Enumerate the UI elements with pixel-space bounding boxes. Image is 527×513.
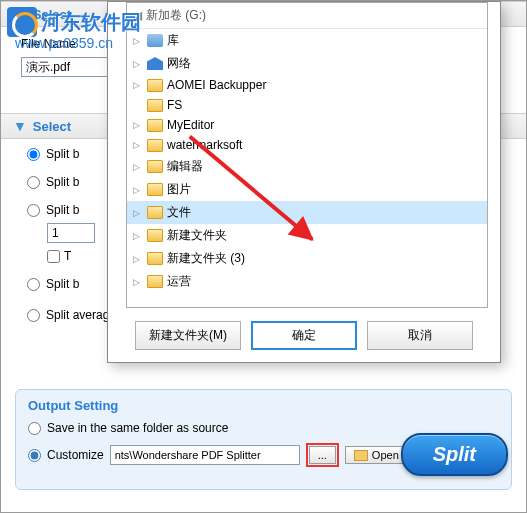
- folder-icon: [147, 79, 163, 92]
- folder-icon: [147, 139, 163, 152]
- section-method-title: Select: [33, 119, 71, 134]
- folder-icon: [147, 119, 163, 132]
- new-folder-button[interactable]: 新建文件夹(M): [135, 321, 241, 350]
- tree-drive-header[interactable]: ◢新加卷 (G:): [127, 3, 487, 29]
- tree-item-3[interactable]: FS: [127, 95, 487, 115]
- browse-highlight: ...: [306, 443, 339, 467]
- folder-icon: [147, 229, 163, 242]
- browse-button[interactable]: ...: [309, 446, 336, 464]
- tree-item-5[interactable]: ▷watermarksoft: [127, 135, 487, 155]
- split-button[interactable]: Split: [401, 433, 508, 476]
- watermark-url: www.pc0359.cn: [15, 35, 113, 51]
- ok-button[interactable]: 确定: [251, 321, 357, 350]
- tree-item-1[interactable]: ▷网络: [127, 52, 487, 75]
- output-path-input[interactable]: [110, 445, 300, 465]
- watermark: 河东软件园: [7, 7, 141, 37]
- tree-item-0[interactable]: ▷库: [127, 29, 487, 52]
- folder-icon: [354, 450, 368, 461]
- tree-item-11[interactable]: ▷运营: [127, 270, 487, 293]
- chevron-down-icon: ▼: [13, 118, 27, 134]
- tree-item-7[interactable]: ▷图片: [127, 178, 487, 201]
- network-icon: [147, 57, 163, 70]
- folder-icon: [147, 252, 163, 265]
- folder-browse-dialog: ◢新加卷 (G:) ▷库▷网络▷AOMEI BackupperFS▷MyEdit…: [107, 1, 501, 363]
- folder-icon: [147, 275, 163, 288]
- library-icon: [147, 34, 163, 47]
- folder-tree[interactable]: ◢新加卷 (G:) ▷库▷网络▷AOMEI BackupperFS▷MyEdit…: [126, 2, 488, 308]
- output-title: Output Setting: [28, 398, 499, 413]
- cancel-button[interactable]: 取消: [367, 321, 473, 350]
- folder-icon: [147, 99, 163, 112]
- folder-icon: [147, 206, 163, 219]
- split-value-input[interactable]: [47, 223, 95, 243]
- tree-item-2[interactable]: ▷AOMEI Backupper: [127, 75, 487, 95]
- output-customize[interactable]: Customize: [28, 448, 104, 462]
- folder-icon: [147, 183, 163, 196]
- tree-item-4[interactable]: ▷MyEditor: [127, 115, 487, 135]
- tree-item-6[interactable]: ▷编辑器: [127, 155, 487, 178]
- open-folder-button[interactable]: Open: [345, 446, 408, 464]
- watermark-logo-icon: [7, 7, 37, 37]
- folder-icon: [147, 160, 163, 173]
- tree-item-10[interactable]: ▷新建文件夹 (3): [127, 247, 487, 270]
